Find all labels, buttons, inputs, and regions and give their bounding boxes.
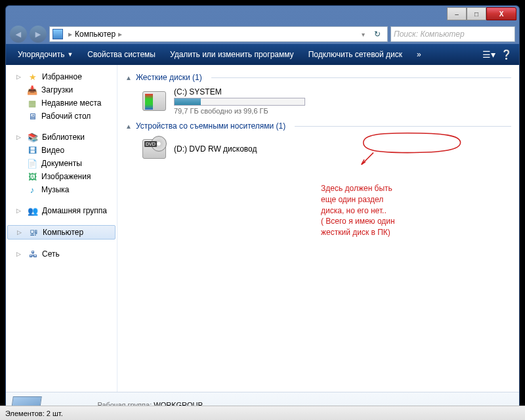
system-properties-button[interactable]: Свойства системы bbox=[81, 47, 162, 62]
network-icon: 🖧 bbox=[28, 249, 38, 259]
sidebar-item-downloads[interactable]: 📥 Загрузки bbox=[6, 83, 117, 96]
sidebar-item-computer[interactable]: ▷ 🖳 Компьютер bbox=[7, 225, 116, 240]
chevron-icon: ▷ bbox=[16, 74, 21, 80]
content-area: ▷ ★ Избранное 📥 Загрузки ▦ Недавние мест… bbox=[6, 65, 519, 392]
drive-c-item[interactable]: (C:) SYSTEM 79,7 ГБ свободно из 99,6 ГБ bbox=[141, 87, 511, 115]
sidebar-item-music[interactable]: ♪ Музыка bbox=[6, 183, 117, 196]
divider bbox=[295, 126, 511, 127]
chevron-icon: ▷ bbox=[16, 134, 21, 140]
command-bar: Упорядочить▼ Свойства системы Удалить ил… bbox=[6, 44, 519, 65]
explorer-window: – □ X ◄ ► ▸ Компьютер ▸ ▾ ↻ Поиск: Компь… bbox=[5, 5, 520, 406]
status-item-count: Элементов: 2 шт. bbox=[5, 410, 63, 417]
search-input[interactable]: Поиск: Компьютер bbox=[390, 26, 515, 42]
chevron-icon: ▷ bbox=[16, 251, 21, 257]
pictures-icon: 🖼 bbox=[27, 171, 37, 182]
address-row: ◄ ► ▸ Компьютер ▸ ▾ ↻ Поиск: Компьютер bbox=[6, 24, 519, 44]
help-icon[interactable]: ❔ bbox=[498, 49, 514, 60]
nav-forward-button[interactable]: ► bbox=[30, 26, 47, 43]
minimize-button[interactable]: – bbox=[447, 7, 467, 20]
dvd-drive-icon: DVD bbox=[141, 136, 167, 162]
sidebar-item-recent[interactable]: ▦ Недавние места bbox=[6, 96, 117, 110]
uninstall-program-button[interactable]: Удалить или изменить программу bbox=[163, 47, 301, 62]
collapse-icon[interactable]: ▲ bbox=[125, 74, 132, 81]
drive-freespace-text: 79,7 ГБ свободно из 99,6 ГБ bbox=[174, 107, 305, 115]
homegroup-icon: 👥 bbox=[28, 205, 38, 216]
window-controls: – □ X bbox=[447, 7, 516, 20]
disk-usage-bar bbox=[174, 98, 305, 106]
view-options-icon[interactable]: ☰▾ bbox=[481, 49, 497, 60]
toolbar-overflow-button[interactable]: » bbox=[410, 47, 428, 62]
libraries-icon: 📚 bbox=[28, 132, 38, 142]
documents-icon: 📄 bbox=[27, 158, 37, 169]
map-network-drive-button[interactable]: Подключить сетевой диск bbox=[302, 47, 409, 62]
file-list-pane[interactable]: ▲ Жесткие диски (1) (C:) SYSTEM 79,7 ГБ … bbox=[117, 65, 519, 392]
nav-back-button[interactable]: ◄ bbox=[10, 26, 27, 43]
titlebar[interactable]: – □ X bbox=[6, 6, 519, 24]
sidebar-item-desktop[interactable]: 🖥 Рабочий стол bbox=[6, 110, 117, 123]
drive-name: (C:) SYSTEM bbox=[174, 87, 305, 96]
downloads-icon: 📥 bbox=[27, 85, 37, 95]
sidebar-favorites-header[interactable]: ▷ ★ Избранное bbox=[6, 70, 117, 83]
hdd-icon bbox=[141, 88, 167, 114]
sidebar-item-pictures[interactable]: 🖼 Изображения bbox=[6, 170, 117, 183]
sidebar-homegroup-header[interactable]: ▷ 👥 Домашняя группа bbox=[6, 204, 117, 217]
maximize-button[interactable]: □ bbox=[467, 7, 486, 20]
star-icon: ★ bbox=[28, 72, 38, 82]
sidebar-item-documents[interactable]: 📄 Документы bbox=[6, 157, 117, 170]
sidebar-libraries-header[interactable]: ▷ 📚 Библиотеки bbox=[6, 131, 117, 144]
navigation-pane: ▷ ★ Избранное 📥 Загрузки ▦ Недавние мест… bbox=[6, 65, 117, 392]
recent-places-icon: ▦ bbox=[27, 98, 37, 108]
close-button[interactable]: X bbox=[486, 7, 516, 20]
sidebar-network-header[interactable]: ▷ 🖧 Сеть bbox=[6, 247, 117, 261]
video-icon: 🎞 bbox=[27, 145, 37, 156]
group-header-hdd[interactable]: ▲ Жесткие диски (1) bbox=[125, 73, 511, 82]
chevron-down-icon: ▼ bbox=[67, 51, 73, 58]
computer-icon bbox=[52, 29, 63, 39]
address-bar[interactable]: ▸ Компьютер ▸ ▾ ↻ bbox=[49, 26, 388, 42]
annotation-circle bbox=[321, 131, 498, 167]
search-placeholder: Поиск: Компьютер bbox=[394, 30, 465, 39]
chevron-icon: ▷ bbox=[16, 207, 21, 214]
breadcrumb-item[interactable]: Компьютер bbox=[75, 30, 116, 39]
sidebar-item-videos[interactable]: 🎞 Видео bbox=[6, 144, 117, 157]
annotation-text: Здесь должен быть еще один раздел диска,… bbox=[321, 183, 395, 238]
chevron-icon: ▷ bbox=[17, 229, 22, 236]
desktop-icon: 🖥 bbox=[27, 111, 37, 121]
organize-menu[interactable]: Упорядочить▼ bbox=[11, 47, 79, 62]
refresh-icon[interactable]: ↻ bbox=[370, 27, 385, 41]
statusbar: Элементов: 2 шт. bbox=[0, 406, 525, 420]
music-icon: ♪ bbox=[27, 184, 37, 195]
breadcrumb-sep-icon: ▸ bbox=[68, 30, 72, 39]
collapse-icon[interactable]: ▲ bbox=[125, 123, 132, 130]
computer-icon: 🖳 bbox=[28, 227, 39, 238]
divider bbox=[211, 77, 511, 78]
drive-name: (D:) DVD RW дисковод bbox=[174, 144, 257, 154]
dropdown-icon[interactable]: ▾ bbox=[362, 31, 365, 38]
breadcrumb-sep-icon: ▸ bbox=[118, 30, 122, 39]
group-header-removable[interactable]: ▲ Устройства со съемными носителями (1) bbox=[125, 121, 511, 131]
